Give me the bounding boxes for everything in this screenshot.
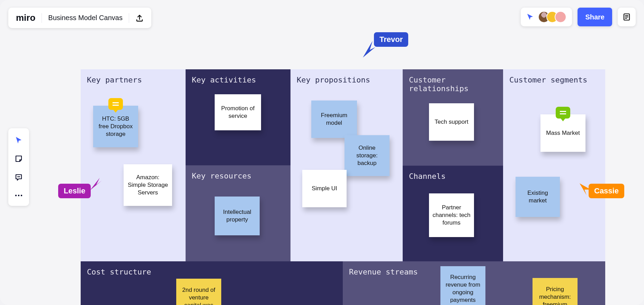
- collaborator-label: Trevor: [374, 32, 408, 47]
- svg-point-7: [18, 195, 19, 196]
- comment-icon[interactable]: [108, 98, 123, 110]
- note-text: Intellectual property: [218, 208, 256, 224]
- collaborator-cursor-trevor: Trevor: [360, 30, 408, 49]
- canvas-row-2: Cost structure 2nd round of venture capi…: [81, 261, 605, 305]
- section-title: Key resources: [186, 165, 290, 180]
- section-title: Cost structure: [81, 261, 343, 276]
- sticky-note[interactable]: Freemium model: [311, 101, 357, 138]
- comment-tool-icon[interactable]: [15, 173, 23, 183]
- sticky-note[interactable]: 2nd round of venture capital was: [176, 279, 221, 305]
- collaborator-cursor-cassie: Cassie: [575, 184, 624, 198]
- note-text: Recurring revenue from ongoing payments: [444, 273, 482, 304]
- sticky-note[interactable]: Partner channels: tech forums: [429, 193, 474, 237]
- column-activities-resources: Key activities Promotion of service Key …: [186, 69, 290, 261]
- export-icon[interactable]: [135, 14, 144, 22]
- section-customer-segments[interactable]: Customer segments Mass Market Existing m…: [503, 69, 605, 261]
- note-text: HTC: 5GB free Dropbox storage: [97, 115, 135, 138]
- sticky-note[interactable]: Promotion of service: [215, 94, 261, 130]
- collaborator-cursor-leslie: Leslie: [58, 184, 105, 198]
- sticky-note[interactable]: Simple UI: [302, 170, 347, 207]
- presence-card: [521, 8, 572, 26]
- column-relationships-channels: Customer relationships Tech support Chan…: [403, 69, 503, 261]
- notes-panel-button[interactable]: [618, 8, 636, 26]
- app-logo: miro: [16, 12, 35, 23]
- sticky-note[interactable]: Recurring revenue from ongoing payments: [440, 266, 485, 305]
- topbar-right: Share: [521, 8, 636, 26]
- canvas[interactable]: Key partners HTC: 5GB free Dropbox stora…: [81, 69, 605, 305]
- section-title: Key activities: [186, 69, 290, 84]
- collaborator-label: Cassie: [589, 184, 624, 198]
- sticky-note[interactable]: Online storage: backup: [345, 135, 390, 176]
- section-title: Customer relationships: [403, 69, 503, 93]
- sticky-note[interactable]: Intellectual property: [215, 197, 260, 235]
- section-revenue-streams[interactable]: Revenue streams Recurring revenue from o…: [343, 261, 605, 305]
- note-text: Amazon: Simple Storage Servers: [127, 174, 169, 197]
- section-key-activities[interactable]: Key activities Promotion of service: [186, 69, 290, 165]
- sticky-note[interactable]: Existing market: [516, 177, 560, 217]
- select-tool-icon[interactable]: [15, 136, 23, 146]
- section-customer-relationships[interactable]: Customer relationships Tech support: [403, 69, 503, 166]
- divider: [42, 13, 42, 23]
- svg-point-6: [15, 195, 17, 196]
- note-text: Pricing mechanism: freemium: [536, 286, 574, 305]
- topbar-card: miro Business Model Canvas: [8, 8, 151, 28]
- note-text: Online storage: backup: [348, 144, 386, 167]
- note-text: Freemium model: [315, 112, 354, 127]
- section-cost-structure[interactable]: Cost structure 2nd round of venture capi…: [81, 261, 343, 305]
- section-key-resources[interactable]: Key resources Intellectual property: [186, 165, 290, 261]
- section-title: Key partners: [81, 69, 186, 84]
- section-key-partners[interactable]: Key partners HTC: 5GB free Dropbox stora…: [81, 69, 186, 261]
- note-text: Existing market: [519, 189, 556, 204]
- canvas-row-1: Key partners HTC: 5GB free Dropbox stora…: [81, 69, 605, 261]
- note-text: Tech support: [435, 118, 468, 126]
- more-tools-icon[interactable]: [15, 192, 23, 198]
- sticky-note[interactable]: Tech support: [429, 103, 474, 141]
- sticky-note-tool-icon[interactable]: [15, 155, 23, 164]
- note-text: Mass Market: [546, 129, 580, 137]
- avatar[interactable]: [555, 11, 566, 23]
- section-title: Customer segments: [503, 69, 605, 84]
- section-key-propositions[interactable]: Key propositions Freemium model Online s…: [290, 69, 403, 261]
- comment-icon[interactable]: [556, 107, 570, 119]
- divider: [129, 13, 129, 23]
- sticky-note[interactable]: Mass Market: [540, 114, 585, 152]
- note-text: Partner channels: tech forums: [432, 204, 471, 227]
- svg-point-8: [21, 195, 22, 196]
- board-title[interactable]: Business Model Canvas: [48, 14, 123, 22]
- sticky-note[interactable]: Pricing mechanism: freemium: [533, 278, 578, 305]
- left-toolbar: [8, 128, 29, 206]
- section-channels[interactable]: Channels Partner channels: tech forums: [403, 166, 503, 261]
- note-text: Simple UI: [312, 185, 337, 192]
- section-title: Key propositions: [290, 69, 403, 84]
- avatars[interactable]: [538, 11, 566, 23]
- sticky-note[interactable]: HTC: 5GB free Dropbox storage: [93, 106, 138, 147]
- attention-icon[interactable]: [526, 13, 534, 21]
- section-title: Channels: [403, 166, 503, 181]
- collaborator-label: Leslie: [58, 184, 91, 198]
- note-text: 2nd round of venture capital was: [180, 286, 218, 305]
- share-button[interactable]: Share: [578, 8, 612, 26]
- sticky-note[interactable]: Amazon: Simple Storage Servers: [124, 164, 172, 206]
- note-text: Promotion of service: [218, 105, 258, 120]
